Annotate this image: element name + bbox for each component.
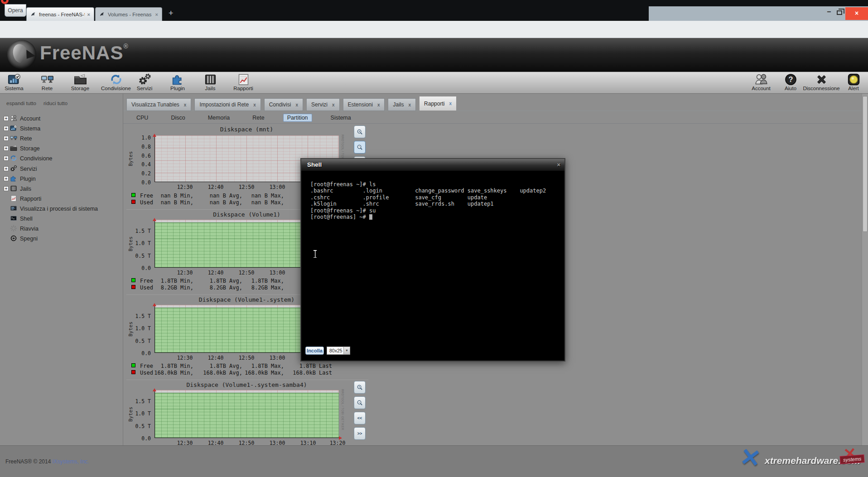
tab-close-icon[interactable]: x bbox=[295, 102, 298, 107]
legend-swatch bbox=[131, 363, 135, 367]
expand-plus-icon[interactable]: + bbox=[4, 116, 9, 121]
zoom-out-button[interactable] bbox=[354, 396, 366, 409]
shutdown-icon bbox=[10, 235, 17, 242]
tab-estensioni[interactable]: Estensionix bbox=[343, 98, 385, 111]
x-tick-label: 13:00 bbox=[266, 184, 288, 190]
shell-dialog-titlebar[interactable]: Shell × bbox=[301, 159, 564, 171]
browser-tab-volumes[interactable]: Volumes - Freenas × bbox=[95, 7, 162, 21]
tab-jails[interactable]: Jailsx bbox=[388, 98, 416, 111]
tab-impostazioni-di-rete[interactable]: Impostazioni di Retex bbox=[194, 98, 260, 111]
freenas-header: FreeNAS® bbox=[0, 38, 868, 72]
ixsystems-link[interactable]: iXsystems, Inc. bbox=[53, 458, 89, 465]
subtab-sistema[interactable]: Sistema bbox=[327, 114, 355, 122]
browser-tab-freenas[interactable]: freenas - FreeNAS-9.2.1.5- × bbox=[26, 7, 94, 21]
chart-plot-area[interactable] bbox=[154, 390, 339, 438]
tab-label: Jails bbox=[393, 101, 404, 108]
tab-close-icon[interactable]: x bbox=[184, 102, 187, 107]
terminal-size-select[interactable]: 80x25 ▼ bbox=[327, 347, 350, 355]
zoom-out-button[interactable] bbox=[354, 141, 366, 154]
freenas-shark-logo-icon bbox=[7, 40, 36, 69]
y-tick-label: 1.0 T bbox=[126, 240, 151, 246]
freenas-favicon-icon bbox=[30, 11, 36, 17]
y-tick-label: 0.5 T bbox=[126, 338, 151, 344]
paste-button[interactable]: Incolla bbox=[305, 347, 324, 355]
tab-rapporti[interactable]: Rapportix bbox=[419, 96, 457, 111]
subtab-rete[interactable]: Rete bbox=[248, 114, 268, 122]
window-restore-button[interactable] bbox=[837, 10, 842, 15]
services-icon bbox=[10, 165, 17, 172]
shell-dialog-title: Shell bbox=[307, 161, 322, 168]
divider bbox=[123, 123, 868, 124]
system-icon bbox=[10, 125, 17, 132]
toolbar-item-alert[interactable]: Alert bbox=[833, 73, 868, 91]
zoom-in-button[interactable] bbox=[354, 381, 366, 394]
page-scrollbar[interactable] bbox=[862, 94, 868, 445]
y-tick-label: 0.4 bbox=[126, 161, 151, 168]
expand-plus-icon[interactable]: + bbox=[4, 186, 9, 191]
expand-plus-icon[interactable]: + bbox=[4, 166, 9, 171]
terminal-area[interactable]: [root@freenas ~]# ls .bashrc .login chan… bbox=[301, 171, 564, 361]
expand-all-link[interactable]: espandi tutto bbox=[6, 101, 36, 106]
toolbar-item-label: Alert bbox=[833, 86, 868, 91]
browser-tab-title: freenas - FreeNAS-9.2.1.5- bbox=[39, 12, 85, 17]
expand-plus-icon[interactable]: + bbox=[4, 136, 9, 141]
legend-value: nan B Min, bbox=[143, 193, 193, 199]
freenas-app-window: Opera freenas - FreeNAS-9.2.1.5- × Volum… bbox=[0, 0, 868, 477]
page-forward-button[interactable]: >> bbox=[354, 427, 366, 440]
tab-close-icon[interactable]: x bbox=[253, 102, 256, 107]
window-minimize-button[interactable]: – bbox=[824, 7, 834, 19]
tab-close-icon[interactable]: x bbox=[332, 102, 335, 107]
opera-menu-button[interactable]: Opera bbox=[5, 4, 26, 17]
text-cursor-pointer-icon bbox=[313, 250, 317, 258]
new-tab-button[interactable]: + bbox=[169, 9, 174, 18]
tab-close-icon[interactable]: × bbox=[155, 12, 158, 17]
tab-close-icon[interactable]: x bbox=[377, 102, 380, 107]
terminal-output[interactable]: [root@freenas ~]# ls .bashrc .login chan… bbox=[310, 181, 546, 220]
scrollbar-thumb[interactable] bbox=[863, 96, 868, 232]
legend-value: 1.8TB Max, bbox=[233, 278, 284, 284]
reporting-icon bbox=[10, 195, 17, 202]
expand-plus-icon[interactable]: + bbox=[4, 146, 9, 151]
subtab-cpu[interactable]: CPU bbox=[132, 114, 152, 122]
axis-arrow-icon bbox=[153, 301, 156, 306]
tab-label: Impostazioni di Rete bbox=[199, 101, 249, 108]
y-tick-label: 0.5 T bbox=[126, 253, 151, 259]
shell-dialog[interactable]: Shell × [root@freenas ~]# ls .bashrc .lo… bbox=[300, 158, 565, 361]
browser-address-bar: ← → ↻ 192.168.0.103 ♥ ↓ bbox=[0, 21, 868, 38]
tab-close-icon[interactable]: x bbox=[408, 102, 411, 107]
window-close-button[interactable]: × bbox=[845, 7, 868, 20]
expand-plus-icon[interactable]: + bbox=[4, 126, 9, 131]
watermark-badge: systems bbox=[839, 454, 864, 464]
plugin-icon bbox=[10, 175, 17, 182]
copyright-text: FreeNAS® © 2014 iXsystems, Inc. bbox=[5, 458, 89, 465]
chart-area-fill bbox=[155, 393, 339, 438]
sidebar-item-label: Rapporti bbox=[20, 196, 41, 202]
page-back-button[interactable]: << bbox=[354, 412, 366, 424]
sidebar-item-label: Account bbox=[20, 116, 40, 122]
tab-close-icon[interactable]: × bbox=[87, 12, 90, 17]
tab-condivisi[interactable]: Condivisix bbox=[264, 98, 303, 111]
tab-visualizza-tunables[interactable]: Visualizza Tunablesx bbox=[126, 98, 191, 111]
tab-close-icon[interactable]: x bbox=[449, 101, 452, 106]
subtab-partition[interactable]: Partition bbox=[283, 114, 312, 122]
chevron-down-icon[interactable]: ▼ bbox=[343, 347, 350, 354]
registered-mark: ® bbox=[123, 43, 128, 50]
sidebar-item-label: Visualizza i processi di sistema bbox=[20, 206, 98, 212]
dialog-close-icon[interactable]: × bbox=[557, 159, 560, 170]
tab-servizi[interactable]: Servizix bbox=[306, 98, 340, 111]
toolbar-item-rapporti[interactable]: Rapporti bbox=[222, 73, 264, 91]
subtab-disco[interactable]: Disco bbox=[167, 114, 189, 122]
document-tab-bar: Visualizza TunablesxImpostazioni di Rete… bbox=[126, 96, 457, 111]
sidebar-tree-panel: espandi tutto riduci tutto +Account+Sist… bbox=[0, 94, 123, 445]
collapse-all-link[interactable]: riduci tutto bbox=[43, 101, 68, 106]
y-tick-label: 1.5 T bbox=[126, 228, 151, 234]
expand-plus-icon[interactable]: + bbox=[4, 156, 9, 161]
x-tick-label: 12:30 bbox=[174, 270, 196, 276]
zoom-in-button[interactable] bbox=[354, 125, 366, 138]
chart-title: Diskspace (mnt) bbox=[154, 126, 339, 133]
browser-tab-strip: Opera freenas - FreeNAS-9.2.1.5- × Volum… bbox=[0, 0, 868, 21]
expand-plus-icon[interactable]: + bbox=[4, 176, 9, 181]
reporting-icon bbox=[222, 73, 264, 87]
axis-arrow-icon bbox=[153, 216, 156, 221]
subtab-memoria[interactable]: Memoria bbox=[204, 114, 234, 122]
